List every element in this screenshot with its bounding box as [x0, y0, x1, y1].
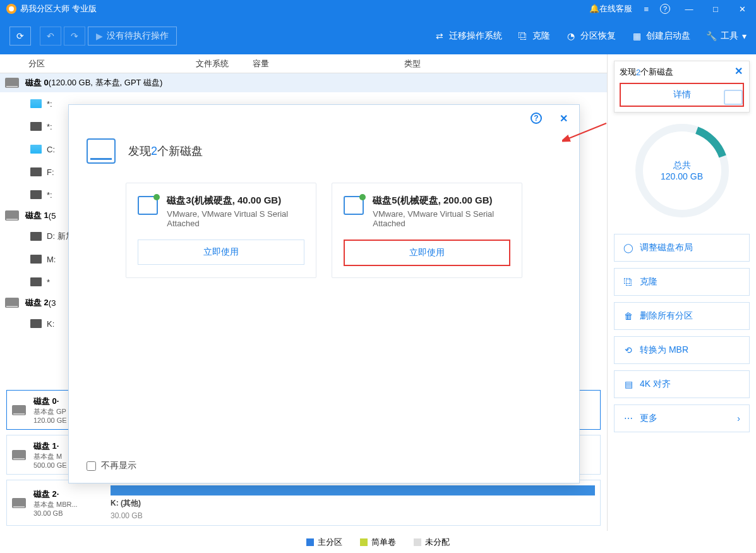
chevron-right-icon: ›: [737, 413, 740, 423]
delete-all-button[interactable]: 🗑删除所有分区: [614, 302, 750, 330]
legend-simple-icon: [360, 538, 368, 546]
redo-button[interactable]: ↷: [64, 27, 85, 46]
svg-line-2: [567, 123, 606, 139]
help-icon[interactable]: ?: [660, 4, 670, 14]
maximize-button[interactable]: □: [708, 4, 723, 14]
use-now-button-disk5[interactable]: 立即使用: [344, 240, 510, 266]
drive-icon: [30, 190, 42, 199]
modal-disk5-card: 磁盘5(机械硬盘, 200.00 GB) VMware, VMware Virt…: [332, 183, 522, 278]
convert-mbr-button[interactable]: ⟲转换为 MBR: [614, 336, 750, 364]
table-header: 分区 文件系统 容量 类型: [0, 54, 607, 73]
wrench-icon: 🔧: [705, 30, 717, 42]
dont-show-checkbox[interactable]: [87, 461, 96, 471]
modal-help-icon[interactable]: ?: [531, 112, 542, 124]
disk-icon: [5, 210, 19, 221]
drive-icon: [30, 232, 42, 241]
undo-button[interactable]: ↶: [40, 27, 61, 46]
disk-usage-donut: 总共 120.00 GB: [632, 120, 733, 221]
migrate-os-button[interactable]: ⇄迁移操作系统: [434, 30, 502, 42]
adjust-layout-button[interactable]: ◯调整磁盘布局: [614, 234, 750, 262]
notification-close-icon[interactable]: ✕: [735, 65, 743, 77]
tools-button[interactable]: 🔧工具 ▾: [705, 30, 747, 42]
app-logo-icon: [6, 4, 16, 14]
more-icon: ⋯: [623, 413, 633, 423]
new-disk-notification: 发现2个新磁盘 ✕ 详情: [614, 61, 750, 112]
disk-usage-bar: [111, 485, 595, 495]
adjust-icon: ◯: [623, 243, 633, 253]
close-button[interactable]: ✕: [735, 4, 750, 14]
recover-button[interactable]: ◔分区恢复: [565, 30, 616, 42]
trash-icon: 🗑: [623, 311, 633, 321]
app-title: 易我分区大师 专业版: [20, 3, 589, 15]
menu-icon[interactable]: ≡: [644, 4, 649, 14]
clone-button[interactable]: ⿻克隆: [517, 30, 550, 42]
drive-icon: [30, 99, 42, 108]
col-filesystem[interactable]: 文件系统: [189, 58, 246, 70]
legend-primary-icon: [306, 538, 314, 546]
online-service-link[interactable]: 🔔在线客服: [589, 3, 632, 15]
recover-icon: ◔: [565, 30, 577, 42]
disk-icon: [5, 78, 19, 88]
minimize-button[interactable]: —: [681, 4, 697, 14]
disk-icon: [12, 405, 26, 415]
disk-icon: [12, 450, 26, 460]
disk0-header[interactable]: 磁盘 0 (120.00 GB, 基本盘, GPT 磁盘): [0, 73, 607, 92]
align-4k-button[interactable]: ▤4K 对齐: [614, 370, 750, 398]
disk-icon: [12, 498, 26, 508]
boot-icon: ▦: [631, 30, 642, 42]
use-now-button-disk3[interactable]: 立即使用: [138, 240, 304, 265]
drive-icon: [30, 167, 42, 176]
legend-unalloc-icon: [414, 538, 421, 546]
disk-card-2[interactable]: 磁盘 2· 基本盘 MBR... 30.00 GB K: (其他) 30.00 …: [6, 480, 601, 526]
title-bar: 易我分区大师 专业版 🔔在线客服 ≡ ? — □ ✕: [0, 0, 756, 18]
legend: 主分区 简单卷 未分配: [0, 531, 756, 553]
annotation-arrow-icon: [562, 120, 613, 145]
disk-outline-icon: [724, 90, 743, 105]
right-pane: 发现2个新磁盘 ✕ 详情 总共 120.00 GB ◯调整磁盘布局 ⿻克隆 🗑删…: [608, 54, 756, 531]
col-type[interactable]: 类型: [398, 58, 607, 70]
drive-icon: [30, 122, 42, 131]
drive-icon: [30, 145, 42, 154]
migrate-icon: ⇄: [434, 30, 445, 42]
col-capacity[interactable]: 容量: [246, 58, 398, 70]
disk-new-icon: [138, 196, 158, 215]
modal-disk-icon: [87, 138, 116, 164]
main-toolbar: ⟳ ↶ ↷ ▶ 没有待执行操作 ⇄迁移操作系统 ⿻克隆 ◔分区恢复 ▦创建启动盘…: [0, 18, 756, 54]
disk-icon: [5, 298, 19, 308]
modal-title: 发现2个新磁盘: [128, 143, 203, 159]
disk-new-icon: [344, 196, 364, 215]
drive-icon: [30, 255, 42, 264]
create-boot-button[interactable]: ▦创建启动盘: [631, 30, 690, 42]
modal-disk3-card: 磁盘3(机械硬盘, 40.00 GB) VMware, VMware Virtu…: [126, 183, 316, 278]
convert-icon: ⟲: [623, 345, 633, 355]
dont-show-label: 不再显示: [101, 460, 136, 471]
drive-icon: [30, 319, 42, 328]
new-disk-modal: ? ✕ 发现2个新磁盘 磁盘3(机械硬盘, 40.00 GB) VMware, …: [68, 104, 580, 483]
clone-action-button[interactable]: ⿻克隆: [614, 268, 750, 296]
clone-icon: ⿻: [517, 30, 529, 42]
more-button[interactable]: ⋯更多›: [614, 404, 750, 432]
refresh-button[interactable]: ⟳: [9, 27, 31, 46]
align-icon: ▤: [623, 379, 633, 389]
clone-icon: ⿻: [623, 277, 633, 287]
drive-icon: [30, 277, 42, 286]
play-icon: ▶: [96, 31, 103, 41]
col-partition[interactable]: 分区: [0, 58, 189, 70]
pending-ops-box: ▶ 没有待执行操作: [88, 27, 177, 46]
